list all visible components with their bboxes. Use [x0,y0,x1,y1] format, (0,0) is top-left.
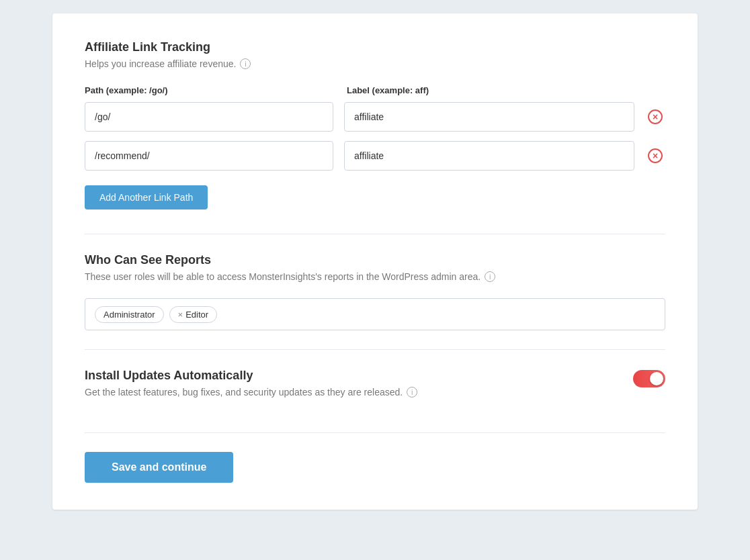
affiliate-subtitle: Helps you increase affiliate revenue. i [85,58,665,69]
remove-row-1-button[interactable]: × [645,107,665,127]
divider-3 [85,432,665,433]
updates-toggle[interactable] [633,370,665,387]
link-row-2: × [85,141,665,171]
toggle-thumb [650,372,663,385]
remove-row-2-icon: × [648,148,663,163]
reports-title: Who Can See Reports [85,253,665,267]
remove-editor-button[interactable]: × [178,310,183,319]
role-tag-editor: × Editor [169,306,218,323]
path-input-2[interactable] [85,141,333,171]
path-input-1[interactable] [85,102,333,132]
updates-title: Install Updates Automatically [85,369,620,383]
label-column-header: Label (example: aff) [347,85,665,95]
link-row-1: × [85,102,665,132]
affiliate-tracking-section: Affiliate Link Tracking Helps you increa… [85,40,665,215]
reports-subtitle: These user roles will be able to access … [85,271,665,282]
add-link-path-button[interactable]: Add Another Link Path [85,185,208,209]
reports-section: Who Can See Reports These user roles wil… [85,253,665,330]
affiliate-title: Affiliate Link Tracking [85,40,665,54]
updates-subtitle: Get the latest features, bug fixes, and … [85,387,620,398]
fields-header: Path (example: /go/) Label (example: aff… [85,85,665,95]
roles-container[interactable]: Administrator × Editor [85,298,665,330]
remove-row-2-button[interactable]: × [645,146,665,166]
affiliate-info-icon[interactable]: i [240,58,251,69]
divider-1 [85,234,665,234]
role-administrator-label: Administrator [103,310,155,320]
role-tag-administrator: Administrator [95,306,164,323]
updates-info-icon[interactable]: i [407,387,417,398]
role-editor-label: Editor [185,310,208,320]
path-column-header: Path (example: /go/) [85,85,333,95]
remove-row-1-icon: × [648,109,663,124]
label-input-2[interactable] [344,141,634,171]
updates-section: Install Updates Automatically Get the la… [85,369,665,414]
label-input-1[interactable] [344,102,634,132]
toggle-track [633,370,665,387]
divider-2 [85,349,665,350]
main-card: Affiliate Link Tracking Helps you increa… [52,13,698,510]
reports-info-icon[interactable]: i [485,271,495,282]
updates-text: Install Updates Automatically Get the la… [85,369,633,414]
save-continue-button[interactable]: Save and continue [85,452,233,483]
